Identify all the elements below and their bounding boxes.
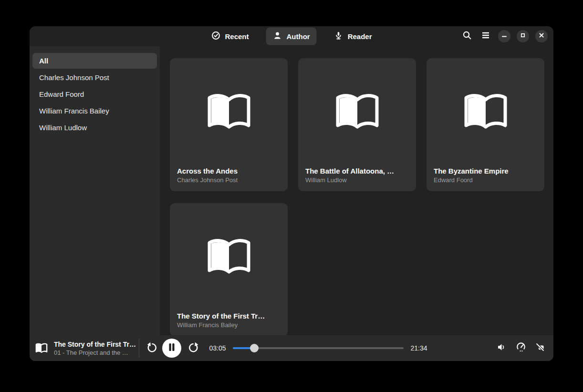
tab-recent[interactable]: Recent [204,28,255,45]
book-cover [170,203,288,312]
tab-reader[interactable]: Reader [327,28,379,45]
book-author: Edward Foord [434,176,537,184]
author-sidebar: All Charles Johnson Post Edward Foord Wi… [30,46,160,335]
search-button[interactable] [461,30,473,42]
open-book-icon [206,93,252,133]
player-options [496,342,546,354]
now-playing-info[interactable]: The Story of the First Tr… 01 - The Proj… [54,340,139,356]
slider-handle[interactable] [250,344,259,352]
close-button[interactable] [535,30,548,42]
sidebar-item-william-francis-bailey[interactable]: William Francis Bailey [32,103,157,119]
sleep-timer-off-icon [534,341,546,355]
now-playing-book-icon [35,343,48,354]
primary-menu-button[interactable] [479,30,492,42]
person-icon [273,31,282,42]
recent-check-icon [211,31,220,42]
sidebar-item-all[interactable]: All [32,53,157,69]
search-icon [462,30,472,42]
hamburger-menu-icon [480,30,491,42]
minimize-button[interactable] [498,30,510,42]
volume-icon [496,341,508,355]
sidebar-item-charles-johnson-post[interactable]: Charles Johnson Post [32,70,157,85]
book-author: William Ludlow [305,176,409,184]
book-card[interactable]: The Byzantine Empire Edward Foord [427,58,544,191]
book-cover [427,58,544,167]
microphone-icon [334,31,344,42]
book-title: The Story of the First Tr… [177,312,281,320]
book-author: Charles Johnson Post [177,176,281,184]
pause-icon [162,338,181,359]
open-book-icon [334,93,380,133]
player-bar: The Story of the First Tr… 01 - The Proj… [30,335,553,361]
forward-button[interactable] [187,341,200,355]
app-window: Recent Author [30,26,553,361]
total-time: 21:34 [407,344,430,352]
tab-reader-label: Reader [348,32,372,41]
tab-author[interactable]: Author [266,28,317,45]
main-area: All Charles Johnson Post Edward Foord Wi… [30,46,553,335]
now-playing-chapter: 01 - The Project and the … [54,349,139,356]
sleep-timer-off-button[interactable] [534,342,546,354]
open-book-icon [206,237,252,278]
progress-slider[interactable] [233,344,404,352]
book-author: William Francis Bailey [177,321,281,329]
view-switcher: Recent Author [204,28,378,45]
book-title: Across the Andes [177,167,281,175]
book-cover [170,58,288,167]
pause-button[interactable] [162,339,181,358]
rewind-button[interactable] [145,341,158,355]
close-icon [538,31,545,41]
book-card[interactable]: The Story of the First Tr… William Franc… [170,203,288,335]
player-divider [139,339,139,358]
book-grid: Across the Andes Charles Johnson Post Th… [160,46,553,335]
maximize-icon [519,31,527,41]
book-card[interactable]: Across the Andes Charles Johnson Post [170,58,288,191]
maximize-button[interactable] [517,30,529,42]
playback-speed-button[interactable] [515,342,527,354]
tab-author-label: Author [287,32,310,41]
rewind-icon [146,341,158,355]
forward-icon [187,341,200,355]
book-card[interactable]: The Battle of Allatoona, … William Ludlo… [298,58,416,191]
elapsed-time: 03:05 [206,344,229,352]
header-actions [461,30,548,42]
now-playing-title: The Story of the First Tr… [54,340,139,348]
playback-speed-icon [515,341,527,355]
sidebar-item-edward-foord[interactable]: Edward Foord [32,86,157,102]
header-bar: Recent Author [30,26,553,46]
book-cover [298,58,416,167]
tab-recent-label: Recent [225,32,249,41]
book-title: The Byzantine Empire [434,167,537,175]
minimize-icon [500,31,508,41]
volume-button[interactable] [496,342,508,354]
sidebar-item-william-ludlow[interactable]: William Ludlow [32,120,157,135]
book-title: The Battle of Allatoona, … [305,167,409,175]
open-book-icon [463,93,509,133]
